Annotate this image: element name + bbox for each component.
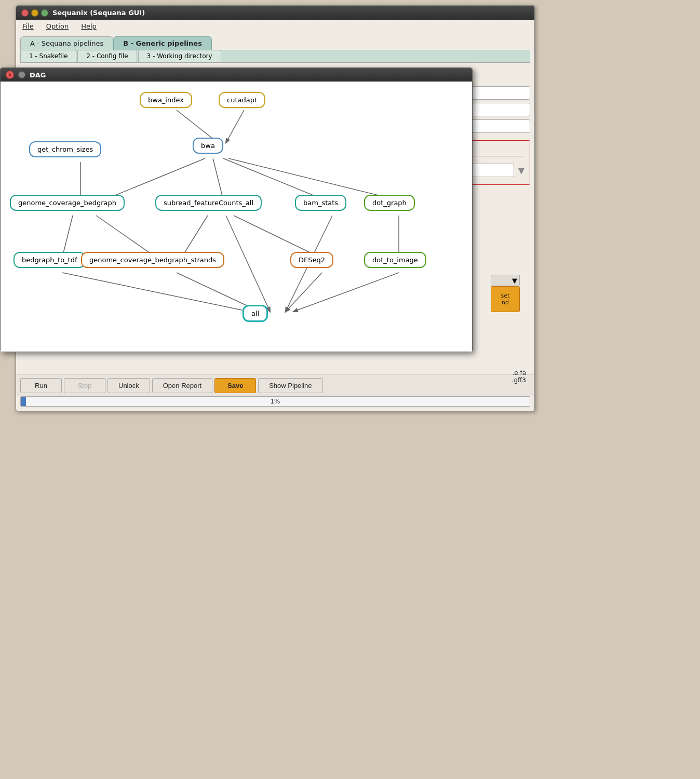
progress-bar-fill xyxy=(21,397,26,406)
svg-line-14 xyxy=(62,273,249,312)
dag-node-get-chrom-sizes: get_chrom_sizes xyxy=(29,141,101,157)
dag-node-deseq2: DESeq2 xyxy=(290,252,333,268)
dag-node-subread-featurecounts-all: subread_featureCounts_all xyxy=(155,195,262,211)
menu-help[interactable]: Help xyxy=(79,21,99,31)
sub-tab-working-dir[interactable]: 3 - Working directory xyxy=(138,50,221,62)
dropdown-arrow-icon: ▼ xyxy=(512,277,517,285)
right-dropdown[interactable]: ▼ xyxy=(491,275,520,286)
right-orange-button[interactable]: setnd xyxy=(491,286,520,312)
dag-arrows xyxy=(1,82,472,352)
dag-node-bedgraph-to-tdf: bedgraph_to_tdf xyxy=(14,252,86,268)
progress-bar-container: 1% xyxy=(20,396,530,407)
dag-node-dot-to-image: dot_to_image xyxy=(364,252,426,268)
menu-bar: File Option Help xyxy=(16,20,534,33)
svg-line-4 xyxy=(223,158,325,200)
dag-content: bwa_index cutadapt bwa get_chrom_sizes g… xyxy=(1,82,472,352)
unlock-button[interactable]: Unlock xyxy=(107,378,150,393)
svg-line-5 xyxy=(228,158,397,200)
dag-node-dot-graph: dot_graph xyxy=(364,195,415,211)
dag-node-bwa: bwa xyxy=(193,138,223,154)
dag-node-genome-coverage-bedgraph-strands: genome_coverage_bedgraph_strands xyxy=(81,252,224,268)
app-title: Sequanix (Sequana GUI) xyxy=(52,9,145,17)
orange-btn-line1: setnd xyxy=(501,292,510,306)
bottom-bar: Run Stop Unlock Open Report Save Show Pi… xyxy=(16,374,534,396)
dag-node-genome-coverage-bedgraph: genome_coverage_bedgraph xyxy=(10,195,125,211)
svg-line-16 xyxy=(286,273,322,312)
window-controls xyxy=(21,9,48,17)
progress-bar-label: 1% xyxy=(270,398,280,405)
sub-tab-config[interactable]: 2 - Config file xyxy=(77,50,137,62)
tab-sequana-pipelines[interactable]: A - Sequana pipelines xyxy=(20,36,113,50)
minimize-btn[interactable] xyxy=(31,9,38,17)
dag-close-button[interactable]: ✕ xyxy=(6,71,14,79)
svg-line-2 xyxy=(104,158,205,200)
dag-node-bam-stats: bam_stats xyxy=(295,195,346,211)
tab-generic-pipelines[interactable]: B - Generic pipelines xyxy=(113,36,212,50)
run-button[interactable]: Run xyxy=(20,378,62,393)
svg-line-3 xyxy=(213,158,223,200)
svg-line-11 xyxy=(226,216,270,312)
dag-node-all: all xyxy=(243,305,268,322)
svg-line-8 xyxy=(96,216,156,257)
dag-node-cutadapt: cutadapt xyxy=(219,92,265,108)
sub-tabs: 1 - Snakefile 2 - Config file 3 - Workin… xyxy=(20,50,530,63)
close-btn[interactable] xyxy=(21,9,29,17)
main-title-bar: Sequanix (Sequana GUI) xyxy=(16,6,534,20)
dag-node-bwa-index: bwa_index xyxy=(140,92,192,108)
open-report-button[interactable]: Open Report xyxy=(152,378,212,393)
right-file-labels: .e.fa .gff3 xyxy=(512,369,534,384)
dag-title-bar: ✕ DAG xyxy=(1,68,472,82)
save-button[interactable]: Save xyxy=(214,378,256,393)
show-pipeline-button[interactable]: Show Pipeline xyxy=(258,378,322,393)
svg-line-10 xyxy=(234,216,319,257)
sub-tab-snakefile[interactable]: 1 - Snakefile xyxy=(20,50,76,62)
metadata-scroll-arrow[interactable]: ▼ xyxy=(518,166,524,176)
menu-option[interactable]: Option xyxy=(44,21,71,31)
dag-minimize-button[interactable] xyxy=(18,71,25,78)
dag-window: ✕ DAG xyxy=(0,68,473,352)
menu-file[interactable]: File xyxy=(20,21,36,31)
file-label-2: .gff3 xyxy=(512,377,526,384)
svg-line-1 xyxy=(226,110,244,143)
svg-line-17 xyxy=(293,273,399,312)
svg-line-9 xyxy=(182,216,208,257)
pipeline-tabs: A - Sequana pipelines B - Generic pipeli… xyxy=(20,36,530,50)
maximize-btn[interactable] xyxy=(41,9,48,17)
stop-button[interactable]: Stop xyxy=(64,378,105,393)
file-label-1: .e.fa xyxy=(512,369,526,377)
svg-line-7 xyxy=(62,216,73,257)
dag-title: DAG xyxy=(30,71,46,79)
